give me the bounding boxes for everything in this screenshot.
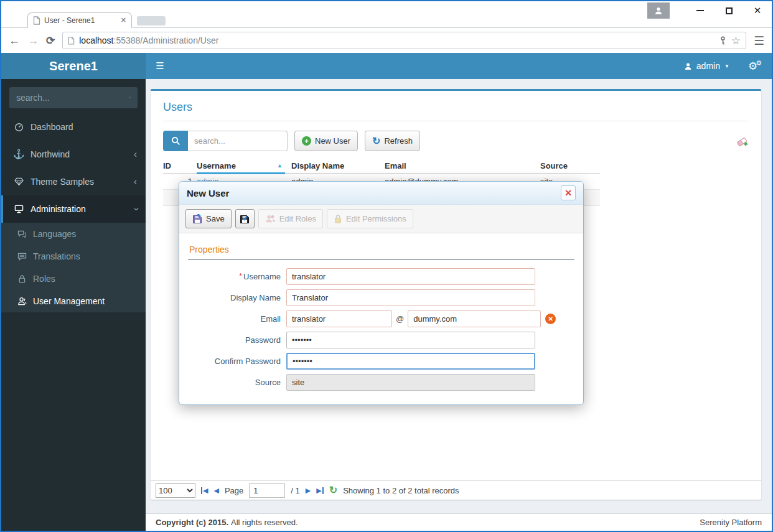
close-button[interactable]: ✕ <box>743 2 772 19</box>
new-user-dialog: New User ✕ Save Edit Roles Edit Permissi… <box>179 181 584 405</box>
sidebar-toggle-icon[interactable]: ☰ <box>146 53 174 79</box>
grid-toolbar: + New User ↻ Refresh <box>163 131 749 151</box>
edit-permissions-button[interactable]: Edit Permissions <box>327 209 413 228</box>
category-title: Properties <box>188 243 574 259</box>
source-field[interactable] <box>286 374 535 391</box>
form-row-email: Email @ ✕ <box>188 310 574 327</box>
chat-icon <box>16 230 27 238</box>
comment-icon <box>16 253 27 261</box>
confirm-password-field[interactable] <box>286 353 535 370</box>
search-icon[interactable] <box>129 93 131 102</box>
dialog-close-button[interactable]: ✕ <box>561 185 576 200</box>
new-user-button[interactable]: + New User <box>294 131 358 151</box>
minimize-button[interactable] <box>686 2 714 19</box>
platform-label: Serenity Platform <box>700 518 762 527</box>
username-field[interactable] <box>286 268 535 285</box>
dialog-titlebar[interactable]: New User ✕ <box>179 182 583 205</box>
maximize-button[interactable] <box>714 2 743 19</box>
column-header-source[interactable]: Source <box>540 158 600 173</box>
page-count-label: / 1 <box>291 486 299 495</box>
reload-icon[interactable]: ⟳ <box>46 34 55 47</box>
next-page-button[interactable]: ▶ <box>306 487 311 495</box>
previous-page-button[interactable]: ◀ <box>213 487 218 495</box>
display-name-field[interactable] <box>286 289 535 306</box>
grid-pager: 100 ◀ ◀ Page / 1 ▶ ▶ ↻ Showing 1 to 2 of… <box>151 480 761 500</box>
form-row-confirm-password: Confirm Password <box>188 353 574 370</box>
grid-header-row: ID Username▲ Display Name Email Source <box>163 158 600 174</box>
lock-icon <box>334 214 342 223</box>
column-header-username[interactable]: Username▲ <box>197 158 291 173</box>
window-controls: ✕ <box>647 1 772 20</box>
page-number-input[interactable] <box>249 483 285 498</box>
save-button[interactable]: Save <box>185 209 232 228</box>
email-domain-field[interactable] <box>408 310 541 327</box>
sidebar-item-theme-samples[interactable]: Theme Samples ‹ <box>1 168 146 195</box>
sidebar: Serene1 Dashboard ⚓ Northwind ‹ Theme Sa… <box>1 53 146 531</box>
sidebar-item-user-management[interactable]: User Management <box>1 290 146 312</box>
sidebar-search[interactable] <box>9 87 138 108</box>
monitor-icon <box>12 205 25 213</box>
browser-menu-icon[interactable]: ☰ <box>754 34 764 48</box>
browser-window: User - Serene1 ✕ ✕ ← → ⟳ localhost:55388… <box>0 0 773 532</box>
sidebar-item-dashboard[interactable]: Dashboard <box>1 113 146 141</box>
password-field[interactable] <box>286 332 535 348</box>
sidebar-item-administration[interactable]: Administration ‹ <box>1 195 146 223</box>
user-dropdown[interactable]: admin ▼ <box>675 53 738 79</box>
sidebar-item-roles[interactable]: Roles <box>1 268 146 290</box>
sidebar-item-translations[interactable]: Translations <box>1 245 146 268</box>
page-size-select[interactable]: 100 <box>156 483 195 498</box>
browser-profile-icon[interactable] <box>647 2 670 19</box>
include-deleted-toggle[interactable] <box>736 135 749 147</box>
form-row-username: *Username <box>188 268 574 285</box>
dialog-title: New User <box>187 188 229 198</box>
required-marker: * <box>239 272 242 281</box>
sidebar-item-languages[interactable]: Languages <box>1 223 146 245</box>
page-icon <box>68 37 75 45</box>
diamond-icon <box>12 177 25 186</box>
close-icon: ✕ <box>565 188 572 198</box>
browser-tab[interactable]: User - Serene1 ✕ <box>27 12 132 28</box>
rights-text: All rights reserved. <box>231 518 298 527</box>
settings-gears-icon[interactable]: ⚙⚙ <box>738 53 772 79</box>
page-footer: Copyright (c) 2015. All rights reserved.… <box>146 513 772 531</box>
bookmark-star-icon[interactable]: ☆ <box>731 34 741 47</box>
caret-down-icon: ▼ <box>724 63 729 69</box>
form-row-password: Password <box>188 332 574 348</box>
sidebar-item-label: Northwind <box>30 149 70 159</box>
refresh-button[interactable]: ↻ Refresh <box>365 131 420 151</box>
chevron-down-icon: ‹ <box>130 207 140 210</box>
save-and-close-icon <box>240 214 250 224</box>
validation-error-icon[interactable]: ✕ <box>545 314 556 324</box>
page-label: Page <box>225 486 243 495</box>
sidebar-search-input[interactable] <box>16 93 129 103</box>
column-header-email[interactable]: Email <box>385 158 540 173</box>
gauge-icon <box>12 123 25 132</box>
plus-circle-icon: + <box>302 136 311 146</box>
quick-search-button[interactable] <box>163 131 188 151</box>
address-bar[interactable]: localhost:55388/Administration/User ☆ <box>62 32 746 49</box>
edit-roles-button[interactable]: Edit Roles <box>258 209 323 228</box>
forward-icon[interactable]: → <box>27 35 39 46</box>
sidebar-item-label: Translations <box>33 251 80 261</box>
column-header-display-name[interactable]: Display Name <box>291 158 385 173</box>
tab-close-icon[interactable]: ✕ <box>121 16 126 24</box>
browser-toolbar: ← → ⟳ localhost:55388/Administration/Use… <box>1 28 772 53</box>
brand-logo[interactable]: Serene1 <box>1 53 146 79</box>
dialog-body: Properties *Username Display Name Email … <box>179 233 583 404</box>
browser-titlebar: User - Serene1 ✕ ✕ <box>1 1 772 28</box>
pager-refresh-icon[interactable]: ↻ <box>329 485 337 495</box>
save-and-close-button[interactable] <box>235 209 255 228</box>
sidebar-item-northwind[interactable]: ⚓ Northwind ‹ <box>1 141 146 168</box>
chevron-left-icon: ‹ <box>134 149 137 159</box>
administration-submenu: Languages Translations Roles User Manage… <box>1 223 146 312</box>
last-page-button[interactable]: ▶ <box>316 487 323 495</box>
password-key-icon[interactable] <box>719 36 727 45</box>
column-header-id[interactable]: ID <box>163 158 197 173</box>
tab-title: User - Serene1 <box>44 16 117 25</box>
sidebar-item-label: User Management <box>33 296 105 306</box>
email-user-field[interactable] <box>286 310 392 327</box>
quick-search-input[interactable] <box>188 131 288 151</box>
new-tab-button[interactable] <box>137 16 166 26</box>
first-page-button[interactable]: ◀ <box>201 487 208 495</box>
back-icon[interactable]: ← <box>9 35 20 46</box>
